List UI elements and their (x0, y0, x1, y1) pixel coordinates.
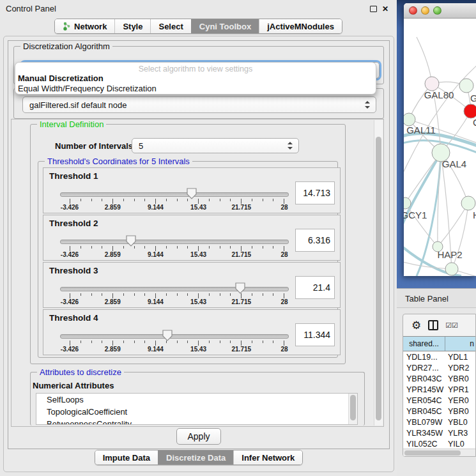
table-data-combobox[interactable]: galFiltered.sif default node (22, 96, 376, 113)
select-columns-icon[interactable]: ☑☑ (445, 321, 458, 330)
list-item[interactable]: BetweennessCentrality (36, 418, 357, 425)
network-canvas[interactable]: GAL80GACGAL11GAL4GCY1HHAP2 (404, 19, 476, 276)
slider-ticks (70, 293, 284, 298)
network-node[interactable] (461, 196, 475, 210)
scrollbar-thumb[interactable] (404, 450, 461, 456)
minimize-traffic-light[interactable] (421, 6, 429, 15)
tick-label: 21.715 (232, 251, 252, 258)
table-cell: YER054C (403, 396, 445, 405)
tick-label: 9.144 (148, 251, 164, 258)
zoom-traffic-light[interactable] (433, 6, 441, 15)
split-columns-icon[interactable] (428, 320, 438, 330)
network-edge[interactable] (417, 37, 432, 84)
screen: Control Panel ✕ Network Style (0, 0, 476, 476)
threshold-value-field[interactable] (295, 229, 335, 252)
dropdown-option-equal-width[interactable]: Equal Width/Frequency Discretization (18, 84, 157, 93)
threshold-value-field[interactable] (295, 323, 335, 346)
list-item[interactable]: TopologicalCoefficient (36, 406, 357, 418)
tab-jactivemnodules[interactable]: jActiveMNodules (259, 19, 342, 33)
table-row[interactable]: YBR045CYBR0 (403, 406, 475, 417)
list-item[interactable]: SelfLoops (36, 394, 357, 406)
tick-mark (220, 341, 220, 343)
interval-definition-group: Interval Definition Number of Intervals … (30, 124, 346, 364)
tick-label: 9.144 (148, 204, 164, 211)
tick-mark (134, 199, 135, 201)
tick-label: -3.426 (61, 251, 79, 258)
tick-mark (273, 199, 273, 201)
table-cell: YBR043C (403, 374, 445, 383)
numerical-attributes-label: Numerical Attributes (33, 381, 114, 390)
threshold-slider[interactable] (60, 334, 289, 339)
node-label: GAL11 (406, 125, 436, 135)
network-node[interactable] (445, 263, 458, 275)
tick-mark (198, 341, 199, 346)
tab-discretize-data[interactable]: Discretize Data (158, 450, 233, 464)
column-header-shared-name[interactable]: shared... (403, 337, 445, 351)
network-node[interactable] (425, 77, 439, 91)
number-of-intervals-value: 5 (139, 141, 143, 151)
network-node[interactable] (459, 79, 473, 93)
tick-mark (209, 199, 210, 201)
tab-impute-data[interactable]: Impute Data (95, 450, 158, 464)
threshold-value-field[interactable] (295, 181, 335, 204)
table-row[interactable]: YER054CYER0 (403, 395, 475, 406)
tab-cyni-toolbox[interactable]: Cyni Toolbox (191, 19, 259, 33)
slider-thumb[interactable] (187, 188, 197, 199)
threshold-3-panel: Threshold 3 -3.4262.8599.14415.4321.7152… (43, 262, 341, 308)
threshold-value-field[interactable] (295, 276, 335, 299)
tick-mark (112, 246, 113, 251)
network-desktop-background: GAL80GACGAL11GAL4GCY1HHAP2 (397, 0, 476, 288)
slider-scale: -3.4262.8599.14415.4321.71528 (70, 251, 284, 259)
tab-infer-network[interactable]: Infer Network (233, 450, 302, 464)
settings-scrollbar[interactable] (374, 120, 383, 426)
slider-thumb[interactable] (235, 282, 245, 294)
slider-thumb[interactable] (162, 330, 173, 341)
slider-thumb[interactable] (126, 235, 136, 247)
number-of-intervals-combobox[interactable]: 5 (132, 138, 299, 153)
scrollbar-thumb[interactable] (376, 137, 381, 420)
table-row[interactable]: YDR27...YDR2 (403, 362, 475, 373)
apply-button[interactable]: Apply (176, 428, 221, 445)
gear-icon[interactable]: ⚙ (411, 320, 421, 331)
tick-mark (284, 293, 284, 298)
combo-stepper-icon (365, 101, 370, 109)
table-horizontal-scrollbar[interactable] (403, 449, 475, 456)
network-window-titlebar[interactable] (404, 3, 476, 19)
float-window-icon[interactable] (370, 6, 377, 12)
tab-select[interactable]: Select (150, 19, 190, 33)
table-row[interactable]: YPR145WYPR1 (403, 384, 475, 395)
dropdown-option-manual-discretization[interactable]: Manual Discretization (18, 73, 104, 83)
tick-mark (155, 293, 156, 298)
network-node[interactable] (464, 104, 476, 118)
list-scrollbar[interactable] (348, 394, 357, 424)
tab-style[interactable]: Style (114, 19, 150, 33)
table-row[interactable]: YLR345WYLR3 (403, 427, 475, 438)
tab-label: Style (123, 22, 142, 31)
tick-mark (102, 199, 102, 201)
threshold-slider[interactable] (60, 192, 289, 197)
node-label: C (473, 117, 476, 128)
table-row[interactable]: YBL079WYBL0 (403, 417, 475, 427)
tab-network[interactable]: Network (55, 19, 114, 33)
tick-mark (273, 293, 273, 296)
network-edge[interactable] (438, 203, 468, 247)
tick-mark (209, 341, 210, 343)
network-node[interactable] (404, 113, 415, 126)
scrollbar-thumb[interactable] (350, 395, 356, 420)
close-icon[interactable]: ✕ (382, 4, 388, 13)
tick-mark (70, 293, 70, 298)
threshold-slider[interactable] (60, 287, 289, 291)
table-cell: YDR2 (445, 364, 475, 372)
tick-mark (284, 246, 284, 251)
column-header-name[interactable]: n (445, 337, 475, 351)
table-row[interactable]: YIL052CYIL0 (403, 438, 475, 449)
close-traffic-light[interactable] (409, 6, 417, 15)
tick-mark (134, 341, 135, 343)
tab-label: Select (158, 22, 183, 31)
threshold-slider[interactable] (60, 240, 289, 244)
table-panel: ⚙ ☑☑ shared... n YDL19...YDL1YDR27...YDR… (397, 309, 476, 476)
table-row[interactable]: YBR043CYBR0 (403, 373, 475, 384)
network-edge[interactable] (405, 153, 441, 203)
table-row[interactable]: YDL19...YDL1 (403, 351, 475, 362)
threshold-label: Threshold 2 (49, 219, 98, 228)
